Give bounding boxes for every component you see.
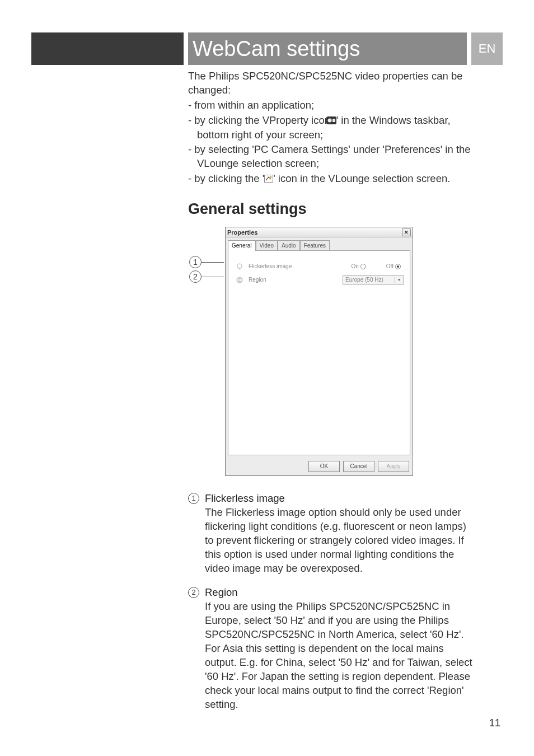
tab-general[interactable]: General	[228, 240, 256, 251]
page-title: WebCam settings	[188, 32, 467, 65]
flickerless-radio-group: On Off	[352, 263, 401, 270]
callout-1-line	[202, 262, 224, 263]
intro-item-4: - by clicking the '' icon in the VLounge…	[188, 172, 475, 186]
page-header: WebCam settings EN	[31, 32, 503, 65]
svg-rect-6	[239, 268, 241, 269]
tab-audio[interactable]: Audio	[278, 240, 300, 251]
intro-item-1: - from within an application;	[188, 99, 475, 113]
row-flickerless: Flickerless image On Off	[234, 262, 404, 271]
region-select-value: Europe (50 Hz)	[345, 276, 383, 284]
radio-off-dot	[395, 264, 401, 269]
explanation-1-body: Flickerless image The Flickerless image …	[205, 492, 475, 576]
close-icon[interactable]: ✕	[402, 228, 411, 236]
explanation-1-number: 1	[188, 493, 199, 504]
explanation-2-body: Region If you are using the Philips SPC5…	[205, 586, 475, 712]
radio-on-dot	[360, 264, 366, 269]
svg-rect-3	[265, 175, 273, 183]
globe-icon	[234, 276, 245, 284]
dialog-figure: 1 2 Properties ✕ General Video Audio Fea…	[188, 227, 423, 476]
language-badge: EN	[471, 32, 503, 65]
intro-item-2: - by clicking the VProperty icon '' in t…	[188, 114, 475, 142]
svg-point-5	[237, 264, 242, 268]
header-dark-block	[31, 32, 184, 65]
vlounge-tool-icon	[264, 172, 273, 186]
vproperty-icon	[335, 114, 336, 128]
callout-1-number: 1	[189, 256, 202, 268]
svg-point-4	[270, 176, 272, 178]
radio-off-label: Off	[386, 263, 394, 270]
explanation-2-text: If you are using the Philips SPC520NC/SP…	[205, 600, 475, 712]
page-content: The Philips SPC520NC/SPC525NC video prop…	[188, 69, 475, 721]
chevron-down-icon: ▾	[395, 277, 402, 283]
region-select[interactable]: Europe (50 Hz) ▾	[343, 276, 404, 284]
page-number: 11	[489, 717, 500, 729]
svg-point-1	[327, 118, 331, 122]
section-heading: General settings	[188, 199, 475, 219]
tab-video[interactable]: Video	[256, 240, 278, 251]
dialog-title: Properties	[227, 228, 257, 237]
bulb-icon	[234, 262, 245, 271]
explanation-1-label: Flickerless image	[205, 492, 475, 506]
callout-2-number: 2	[189, 270, 202, 283]
row-region: Region Europe (50 Hz) ▾	[234, 276, 404, 284]
region-label: Region	[245, 276, 307, 284]
explanation-1: 1 Flickerless image The Flickerless imag…	[188, 492, 475, 576]
dialog-tabstrip: General Video Audio Features	[226, 237, 413, 250]
dialog-buttons: OK Cancel Apply	[226, 458, 413, 475]
explanation-2-number: 2	[188, 587, 199, 598]
dialog-titlebar: Properties ✕	[226, 227, 413, 237]
explanation-1-text: The Flickerless image option should only…	[205, 506, 475, 576]
radio-off[interactable]: Off	[386, 263, 401, 270]
radio-on-label: On	[352, 263, 359, 270]
callout-1: 1	[189, 256, 224, 268]
flickerless-label: Flickerless image	[245, 263, 307, 270]
explanation-2-label: Region	[205, 586, 475, 600]
radio-on[interactable]: On	[352, 263, 366, 270]
intro-text: The Philips SPC520NC/SPC525NC video prop…	[188, 69, 475, 186]
intro-lead: The Philips SPC520NC/SPC525NC video prop…	[188, 69, 475, 97]
cancel-button[interactable]: Cancel	[343, 461, 374, 472]
properties-dialog: Properties ✕ General Video Audio Feature…	[225, 227, 413, 476]
apply-button[interactable]: Apply	[378, 461, 409, 472]
ok-button[interactable]: OK	[308, 461, 340, 472]
intro-item-3: - by selecting 'PC Camera Settings' unde…	[188, 143, 475, 171]
callout-2-line	[202, 277, 224, 277]
dialog-tabpanel: Flickerless image On Off Region Europe (…	[228, 250, 410, 455]
callout-2: 2	[189, 270, 224, 283]
explanation-2: 2 Region If you are using the Philips SP…	[188, 586, 475, 712]
svg-rect-2	[332, 119, 335, 122]
tab-features[interactable]: Features	[300, 240, 330, 251]
